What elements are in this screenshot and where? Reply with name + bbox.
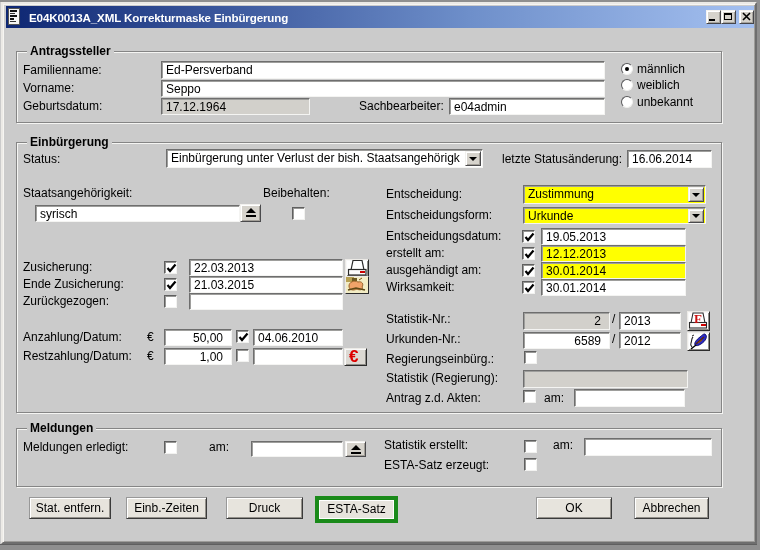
svg-text:F: F xyxy=(694,312,702,326)
